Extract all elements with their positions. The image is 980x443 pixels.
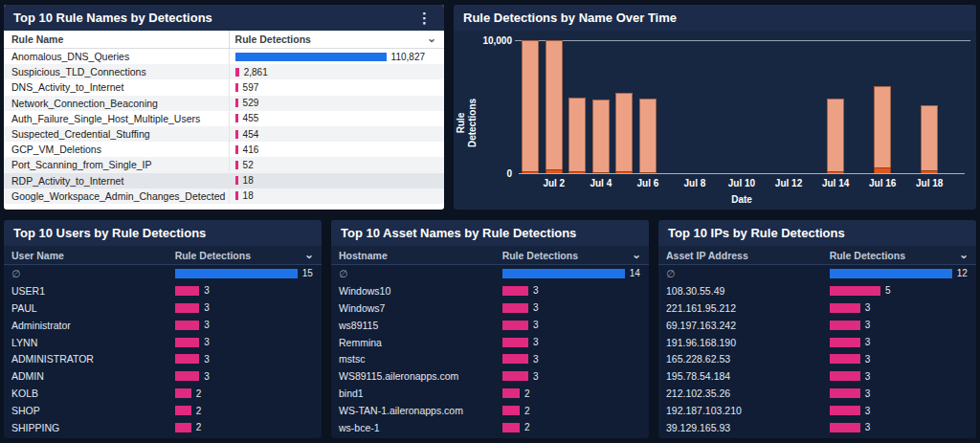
secondary-detections-bar[interactable] [568,171,586,173]
detection-bar[interactable] [502,303,528,313]
detection-bar[interactable] [175,423,191,432]
table-row[interactable]: DNS_Activity_to_Internet597 [4,79,444,95]
detection-bar[interactable] [830,354,860,364]
table-row[interactable]: 108.30.55.495 [658,282,976,299]
detection-bar[interactable] [502,354,528,364]
bar-slot-jul-3[interactable] [568,40,586,173]
table-row[interactable]: KOLB2 [4,385,322,402]
detection-bar[interactable] [502,423,520,432]
column-asset-ip[interactable]: Asset IP Address [658,246,824,264]
table-row[interactable]: Network_Connection_Beaconing529 [4,96,444,111]
secondary-detections-bar[interactable] [546,169,563,173]
detection-bar[interactable] [175,303,200,313]
rule-detections-bar[interactable] [546,40,563,169]
table-row[interactable]: Suspicious_TLD_Connections2,861 [4,64,444,79]
detection-bar[interactable] [235,114,238,122]
detection-bar[interactable] [235,83,238,92]
table-row[interactable]: Google_Workspace_Admin_Changes_Detected1… [4,188,444,204]
detection-bar[interactable] [175,321,200,330]
rule-detections-bar[interactable] [874,86,891,167]
secondary-detections-bar[interactable] [522,171,539,173]
table-row[interactable]: ∅14 [331,265,649,282]
detection-bar[interactable] [235,53,387,61]
detection-bar[interactable] [175,354,200,364]
kebab-menu-icon[interactable]: ⋮ [414,11,434,25]
table-row[interactable]: Windows73 [331,299,649,317]
detection-bar[interactable] [502,321,528,330]
table-row[interactable]: ws891153 [331,317,649,334]
detection-bar[interactable] [175,371,200,381]
bar-slot-jul-6[interactable] [639,40,657,173]
table-row[interactable]: GCP_VM_Deletions416 [4,142,444,157]
table-row[interactable]: Administrator3 [4,317,322,334]
detection-bar[interactable] [175,269,298,278]
table-row[interactable]: Port_Scanning_from_Single_IP52 [4,157,444,172]
table-row[interactable]: WS89115.aileronapps.com3 [331,367,649,385]
detection-bar[interactable] [830,303,860,313]
rule-detections-bar[interactable] [639,99,657,171]
bar-slot-jul-4[interactable] [592,40,610,173]
detection-bar[interactable] [235,176,238,185]
detection-bar[interactable] [235,191,238,200]
table-row[interactable]: Windows103 [331,282,649,299]
table-row[interactable]: RDP_Activity_to_Internet18 [4,173,444,188]
detection-bar[interactable] [235,99,238,107]
table-row[interactable]: Remmina3 [331,334,649,351]
detection-bar[interactable] [830,321,860,330]
table-row[interactable]: ADMIN3 [4,367,322,385]
column-rule-detections[interactable]: Rule Detections ⌄ [497,246,649,264]
detection-bar[interactable] [235,161,238,169]
table-row[interactable]: 165.228.62.533 [658,350,976,367]
column-rule-detections[interactable]: Rule Detections ⌄ [229,31,444,48]
detection-bar[interactable] [502,338,528,347]
table-row[interactable]: ∅15 [4,265,322,282]
secondary-detections-bar[interactable] [874,167,891,173]
secondary-detections-bar[interactable] [592,172,610,173]
bar-slot-jul-18[interactable] [921,40,938,173]
rule-detections-bar[interactable] [827,99,844,171]
detection-bar[interactable] [175,388,191,398]
table-row[interactable]: ADMINISTRATOR3 [4,350,322,367]
detection-bar[interactable] [830,338,860,347]
column-rule-name[interactable]: Rule Name [4,31,229,48]
chevron-down-icon[interactable]: ⌄ [632,252,641,258]
rule-detections-bar[interactable] [568,98,586,172]
detection-bar[interactable] [502,371,528,381]
table-row[interactable]: 191.96.168.1903 [658,334,976,351]
table-row[interactable]: ws-bce-12 [331,419,649,436]
chevron-down-icon[interactable]: ⌄ [427,35,436,42]
chevron-down-icon[interactable]: ⌄ [959,252,969,258]
table-row[interactable]: Suspected_Credential_Stuffing454 [4,126,444,142]
detection-bar[interactable] [830,269,952,278]
table-row[interactable]: mstsc3 [331,350,649,367]
table-row[interactable]: SHOP2 [4,402,322,419]
rule-detections-bar[interactable] [615,93,633,172]
bar-plot-area[interactable] [519,40,965,174]
detection-bar[interactable] [502,286,528,296]
detection-bar[interactable] [502,269,625,278]
column-hostname[interactable]: Hostname [331,246,497,264]
bar-slot-jul-1[interactable] [522,40,539,173]
rule-detections-bar[interactable] [522,40,539,171]
detection-bar[interactable] [830,388,860,398]
rule-detections-bar[interactable] [921,105,938,171]
secondary-detections-bar[interactable] [615,171,633,173]
table-row[interactable]: 69.197.163.2423 [658,317,976,334]
column-user-name[interactable]: User Name [4,246,169,264]
chevron-down-icon[interactable]: ⌄ [304,252,314,258]
detection-bar[interactable] [502,388,520,398]
table-row[interactable]: WS-TAN-1.aileronapps.com2 [331,402,649,419]
table-row[interactable]: 195.78.54.1843 [658,367,976,385]
bar-slot-jul-16[interactable] [874,40,891,173]
detection-bar[interactable] [175,338,200,347]
secondary-detections-bar[interactable] [921,170,938,173]
detection-bar[interactable] [830,286,880,296]
secondary-detections-bar[interactable] [639,172,657,173]
table-row[interactable]: 192.187.103.2103 [658,402,976,419]
detection-bar[interactable] [830,406,860,415]
detection-bar[interactable] [830,371,860,381]
bar-slot-jul-5[interactable] [615,40,633,173]
detection-bar[interactable] [502,406,520,415]
detection-bar[interactable] [235,145,238,154]
detection-bar[interactable] [235,130,238,139]
